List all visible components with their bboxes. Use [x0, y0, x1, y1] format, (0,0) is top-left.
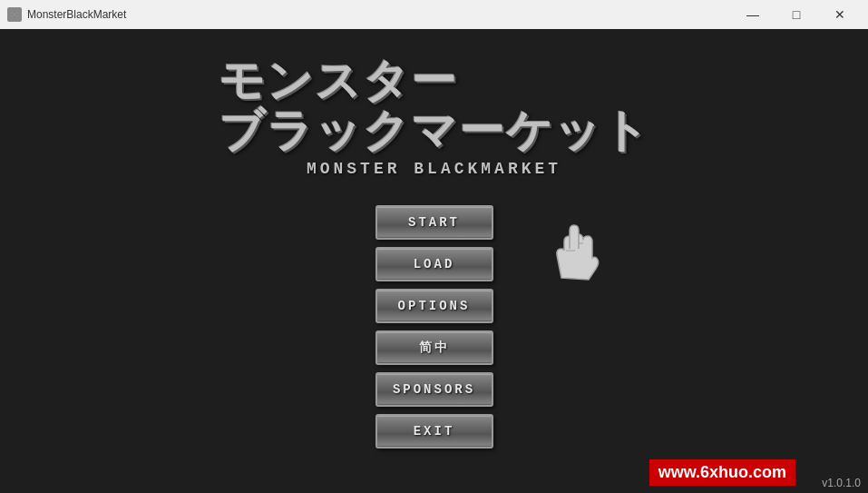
load-button[interactable]: LOAD — [375, 247, 493, 281]
sponsors-button[interactable]: SPONSORS — [375, 372, 493, 407]
logo-japanese-line2: ブラックマーケット — [219, 106, 650, 156]
exit-button[interactable]: EXIT — [375, 414, 493, 449]
title-bar-controls: — □ ✕ — [732, 0, 861, 29]
options-button[interactable]: OPTIONS — [375, 289, 493, 323]
title-bar-left: MonsterBlackMarket — [7, 7, 126, 22]
logo-japanese: モンスター ブラックマーケット — [219, 56, 650, 156]
version-text: v1.0.1.0 — [822, 477, 861, 489]
title-bar: MonsterBlackMarket — □ ✕ — [0, 0, 868, 29]
watermark: www.6xhuo.com — [649, 459, 795, 486]
language-button[interactable]: 简中 — [375, 330, 493, 365]
menu-buttons: START LOAD OPTIONS 简中 SPONSORS EXIT — [375, 205, 493, 449]
main-content: モンスター ブラックマーケット MONSTER BLACKMARKET STAR… — [0, 29, 868, 493]
logo-english: MONSTER BLACKMARKET — [307, 160, 561, 178]
logo-area: モンスター ブラックマーケット MONSTER BLACKMARKET — [219, 56, 650, 178]
cursor-hand — [543, 223, 602, 295]
start-button[interactable]: START — [375, 205, 493, 240]
minimize-button[interactable]: — — [732, 0, 774, 29]
maximize-button[interactable]: □ — [775, 0, 817, 29]
logo-japanese-line1: モンスター — [219, 56, 650, 106]
app-icon — [7, 7, 22, 22]
title-bar-text: MonsterBlackMarket — [27, 8, 126, 21]
close-button[interactable]: ✕ — [819, 0, 861, 29]
